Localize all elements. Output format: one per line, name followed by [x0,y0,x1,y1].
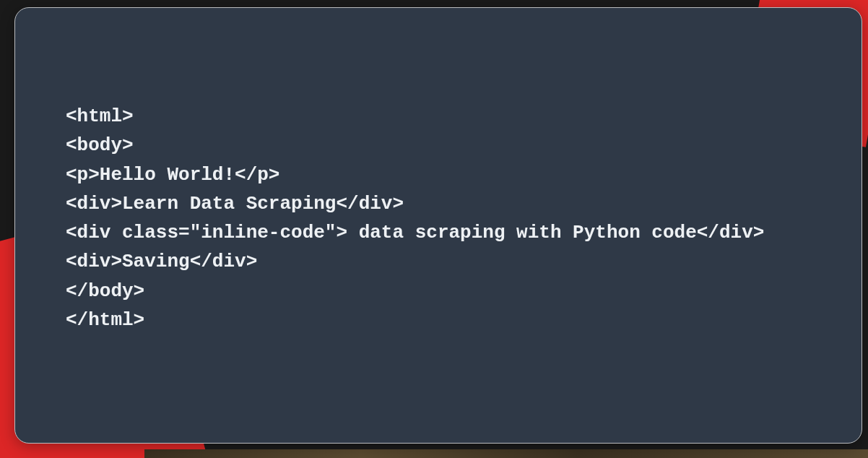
code-line-7: </body> [66,280,144,302]
code-line-4: <div>Learn Data Scraping</div> [66,193,404,215]
background-bottom-strip [144,449,868,458]
code-line-5: <div class="inline-code"> data scraping … [66,222,764,243]
code-line-3: <p>Hello World!</p> [66,164,279,186]
code-block: <html> <body> <p>Hello World!</p> <div>L… [66,102,811,334]
code-snippet-card: <html> <body> <p>Hello World!</p> <div>L… [14,7,862,444]
code-line-1: <html> [66,105,134,127]
code-line-2: <body> [66,134,134,156]
code-line-8: </html> [66,309,144,331]
code-line-6: <div>Saving</div> [66,251,257,272]
